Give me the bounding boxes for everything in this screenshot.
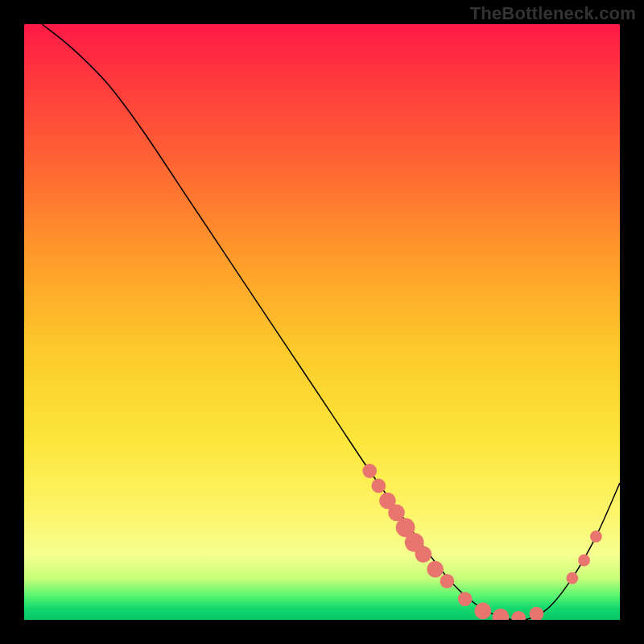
curve-layer [42,24,620,620]
data-marker [362,464,377,478]
plot-area [24,24,620,620]
chart-svg [24,24,620,620]
data-marker [566,572,578,584]
data-marker [388,504,405,521]
data-marker [458,592,473,606]
data-marker [493,609,510,620]
chart-stage: TheBottleneck.com [0,0,644,644]
data-marker [578,555,590,567]
watermark-label: TheBottleneck.com [470,3,636,24]
data-marker [590,530,602,543]
data-marker [371,479,386,493]
data-marker [415,546,431,563]
data-marker [511,611,526,620]
data-marker [474,603,491,620]
data-marker [530,607,544,620]
curve-path [42,24,620,620]
markers-layer [362,464,601,620]
data-marker [427,561,444,578]
data-marker [440,574,455,588]
